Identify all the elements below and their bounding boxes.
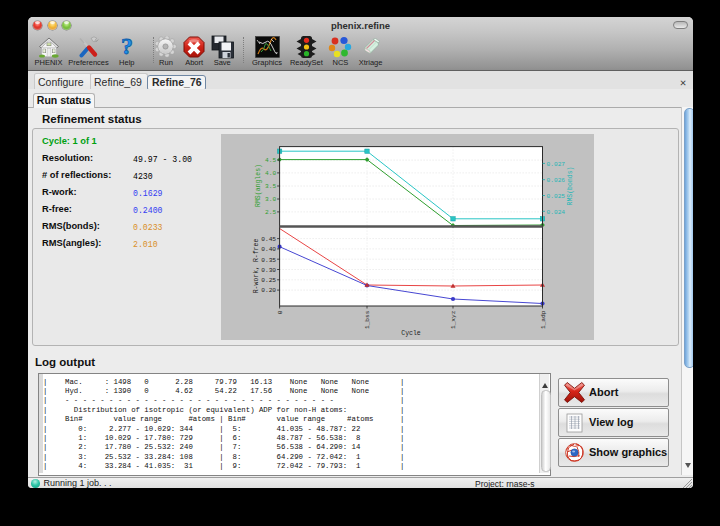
svg-text:Cycle: Cycle (401, 330, 421, 337)
svg-text:1_adp: 1_adp (540, 310, 547, 329)
svg-text:R-work, R-free: R-work, R-free (253, 239, 260, 294)
svg-text:1_xyz: 1_xyz (450, 310, 457, 329)
svg-text:RMS(angles): RMS(angles) (255, 164, 262, 207)
svg-text:1_bss: 1_bss (364, 310, 371, 329)
svg-text:0.30: 0.30 (261, 267, 276, 274)
svg-text:0.026: 0.026 (547, 177, 566, 184)
svg-text:?: ? (121, 36, 133, 58)
svg-text:0.40: 0.40 (261, 246, 276, 253)
svg-text:4.5: 4.5 (265, 157, 276, 164)
svg-text:3.0: 3.0 (265, 196, 276, 203)
svg-text:0.35: 0.35 (261, 257, 276, 264)
svg-text:0.025: 0.025 (547, 193, 566, 200)
svg-text:0.45: 0.45 (261, 236, 276, 243)
svg-text:2.5: 2.5 (265, 209, 276, 216)
svg-text:4.0: 4.0 (265, 170, 276, 177)
svg-text:0.25: 0.25 (261, 277, 276, 284)
svg-text:RMS(bonds): RMS(bonds) (567, 166, 574, 205)
svg-text:0.20: 0.20 (261, 287, 276, 294)
svg-text:0.027: 0.027 (547, 161, 566, 168)
svg-text:0: 0 (277, 310, 284, 314)
svg-text:0.024: 0.024 (547, 209, 566, 216)
svg-text:3.5: 3.5 (265, 183, 276, 190)
